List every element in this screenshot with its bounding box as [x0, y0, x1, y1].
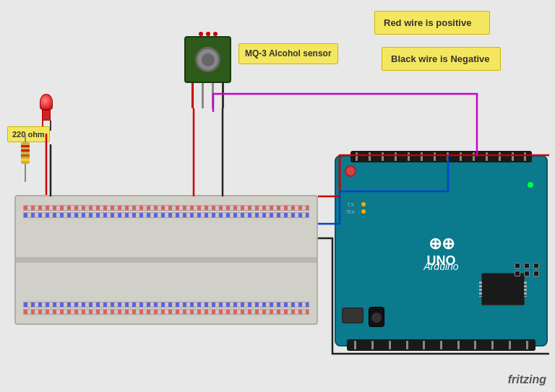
resistor-stripe-4: [21, 159, 30, 161]
rail-bottom-blue: [23, 302, 309, 308]
arduino-tx-led: [361, 202, 366, 206]
mq3-sensor: [184, 36, 231, 108]
mq3-led-red3: [213, 32, 218, 36]
note-red-wire: Red wire is positive: [374, 11, 490, 35]
resistor-stripe-2: [21, 149, 30, 152]
led-cathode: [50, 121, 51, 131]
mq3-pins: [184, 83, 231, 108]
mq3-element: [195, 47, 220, 72]
led-body: [42, 110, 51, 121]
arduino-rx-label: RX: [347, 209, 355, 215]
note-black-wire: Black wire is Negative: [382, 47, 501, 71]
rail-top-blue: [23, 212, 309, 218]
arduino-dc-jack: [369, 307, 384, 327]
arduino-microcontroller: [481, 273, 525, 305]
mq3-led-red: [199, 32, 203, 36]
arduino-reset-button[interactable]: [345, 165, 356, 177]
breadboard: [14, 195, 318, 325]
mq3-pin-red: [192, 83, 194, 108]
mq3-pin-3: [212, 83, 214, 108]
mq3-led-red2: [206, 32, 210, 36]
resistor-wire-top: [25, 134, 26, 142]
rail-top-red: [23, 205, 309, 211]
canvas: 220 ohm M: [0, 0, 555, 392]
arduino-usb-port: [342, 308, 363, 323]
resistor-stripe-1: [21, 145, 30, 147]
resistor-body: [21, 142, 30, 164]
arduino-power-led: [528, 182, 533, 188]
arduino-tx-label: TX: [347, 201, 354, 208]
arduino-digital-header: [350, 151, 532, 162]
resistor-wire-bottom: [25, 164, 26, 182]
arduino-uno: TX RX ⊕⊕ UNO Arduino: [335, 155, 548, 347]
mq3-sensor-body: [184, 36, 231, 83]
arduino-rx-led: [361, 209, 366, 214]
rail-bottom-red: [23, 309, 309, 315]
wire-mq3-signal: [213, 94, 477, 155]
led-bulb: [40, 94, 53, 110]
resistor-stripe-3: [21, 154, 30, 157]
mq3-label: MQ-3 Alcohol sensor: [238, 43, 338, 64]
mq3-pin-2: [202, 83, 204, 108]
arduino-brand-text: Arduino: [423, 261, 458, 272]
mq3-leds: [199, 32, 218, 36]
arduino-icsp-header: [515, 263, 541, 276]
arduino-analog-header: [347, 339, 535, 351]
mq3-pin-black: [222, 83, 224, 108]
fritzing-watermark: fritzing: [508, 373, 546, 386]
resistor-component: [20, 134, 30, 184]
